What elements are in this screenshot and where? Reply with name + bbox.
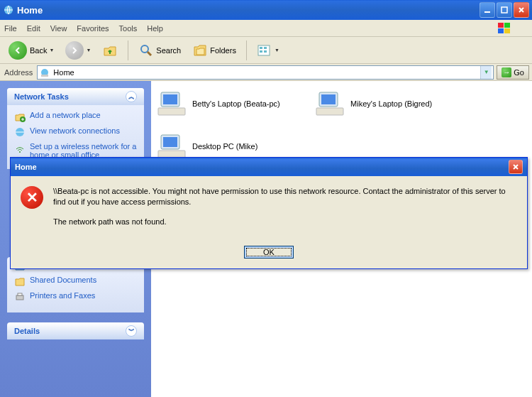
svg-rect-5 <box>498 28 504 33</box>
connections-icon <box>14 126 26 138</box>
ok-button[interactable]: OK <box>244 246 294 259</box>
folders-icon <box>192 43 208 58</box>
computer-label: Desktop PC (Mike) <box>192 142 257 151</box>
svg-rect-4 <box>504 23 510 28</box>
windows-flag-icon <box>492 21 518 36</box>
svg-rect-18 <box>16 295 23 300</box>
svg-rect-11 <box>260 50 262 53</box>
svg-rect-27 <box>163 137 177 147</box>
minimize-button[interactable] <box>480 2 495 18</box>
sidebar-item-label: Shared Documents <box>30 276 96 284</box>
go-button[interactable]: → Go <box>497 65 529 80</box>
wireless-icon <box>14 142 26 153</box>
up-button[interactable] <box>98 40 122 60</box>
svg-rect-3 <box>498 23 504 28</box>
dialog-title: Home <box>15 163 37 171</box>
printers-icon <box>14 291 26 303</box>
network-places-icon <box>3 4 14 16</box>
toolbar: Back ▼ ▼ Search Folders ▼ <box>0 37 532 64</box>
back-label: Back <box>30 46 47 55</box>
search-icon <box>138 43 154 58</box>
sidebar-item-view-connections[interactable]: View network connections <box>14 126 137 138</box>
views-button[interactable]: ▼ <box>253 41 284 60</box>
details-panel: Details ︾ <box>7 322 144 339</box>
maximize-button[interactable] <box>497 2 512 18</box>
back-button[interactable]: Back ▼ <box>4 39 58 62</box>
svg-rect-12 <box>264 50 267 53</box>
address-field[interactable]: Home ▼ <box>37 65 494 80</box>
close-button[interactable] <box>514 2 529 18</box>
svg-rect-1 <box>484 11 490 13</box>
computer-icon <box>315 89 346 118</box>
details-header[interactable]: Details ︾ <box>7 322 144 339</box>
sidebar-item-printers[interactable]: Printers and Faxes <box>14 291 137 303</box>
svg-rect-2 <box>501 7 507 13</box>
computer-item[interactable]: Betty's Laptop (Beata-pc) <box>157 89 313 118</box>
menu-favorites[interactable]: Favorites <box>77 24 109 33</box>
sidebar-item-label: Printers and Faxes <box>30 291 95 300</box>
back-dropdown-icon: ▼ <box>49 48 54 53</box>
go-icon: → <box>501 67 511 77</box>
computer-label: Betty's Laptop (Beata-pc) <box>192 99 280 108</box>
network-tasks-header[interactable]: Network Tasks ︽ <box>7 88 144 105</box>
add-place-icon <box>14 111 26 122</box>
address-icon <box>39 67 50 78</box>
menu-bar: File Edit View Favorites Tools Help <box>0 20 532 37</box>
svg-rect-19 <box>18 293 22 295</box>
sidebar-item-label: Add a network place <box>30 111 101 119</box>
window-titlebar: Home <box>0 0 532 20</box>
search-label: Search <box>156 46 181 55</box>
toolbar-separator <box>246 40 247 60</box>
sidebar-item-label: View network connections <box>30 126 120 135</box>
go-label: Go <box>514 68 524 77</box>
computer-item[interactable]: Desktop PC (Mike) <box>157 132 313 161</box>
folders-button[interactable]: Folders <box>188 40 240 60</box>
computer-icon <box>157 89 188 118</box>
menu-file[interactable]: File <box>4 24 17 33</box>
toolbar-separator <box>128 40 128 60</box>
address-label: Address <box>4 68 33 77</box>
svg-rect-21 <box>163 94 177 104</box>
search-button[interactable]: Search <box>134 40 185 60</box>
error-icon: ✕ <box>21 186 43 209</box>
menu-help[interactable]: Help <box>147 24 163 33</box>
svg-rect-24 <box>321 94 336 104</box>
panel-title: Details <box>14 327 40 335</box>
folders-label: Folders <box>210 46 236 55</box>
svg-rect-22 <box>158 108 185 115</box>
views-icon <box>257 43 272 58</box>
computer-icon <box>157 132 188 161</box>
svg-rect-10 <box>264 47 267 49</box>
svg-rect-9 <box>260 47 262 49</box>
collapse-icon: ︽ <box>126 91 137 102</box>
svg-point-17 <box>19 151 21 153</box>
dialog-message: \\Beata-pc is not accessible. You might … <box>53 186 517 208</box>
forward-button[interactable]: ▼ <box>61 39 95 62</box>
dialog-text: \\Beata-pc is not accessible. You might … <box>53 186 517 236</box>
svg-point-7 <box>141 45 148 53</box>
error-dialog: Home ✕ \\Beata-pc is not accessible. You… <box>10 157 528 269</box>
sidebar-item-add-network-place[interactable]: Add a network place <box>14 111 137 122</box>
dialog-close-button[interactable] <box>509 160 523 174</box>
svg-rect-14 <box>41 75 48 77</box>
window-title: Home <box>17 5 478 16</box>
address-dropdown-icon[interactable]: ▼ <box>480 66 492 79</box>
forward-icon <box>65 41 84 60</box>
back-icon <box>9 41 27 60</box>
menu-edit[interactable]: Edit <box>27 24 40 33</box>
computer-label: Mikey's Laptop (Bigred) <box>350 99 432 108</box>
expand-icon: ︾ <box>126 325 137 337</box>
forward-dropdown-icon: ▼ <box>86 48 91 53</box>
views-dropdown-icon: ▼ <box>275 48 279 53</box>
sidebar-item-shared-documents[interactable]: Shared Documents <box>14 276 137 287</box>
panel-title: Network Tasks <box>14 92 69 101</box>
svg-rect-25 <box>316 108 343 115</box>
up-folder-icon <box>102 43 118 58</box>
svg-rect-6 <box>504 28 510 33</box>
dialog-titlebar: Home <box>11 158 527 176</box>
address-bar: Address Home ▼ → Go <box>0 64 532 81</box>
computer-item[interactable]: Mikey's Laptop (Bigred) <box>315 89 471 118</box>
dialog-detail: The network path was not found. <box>53 217 517 227</box>
menu-view[interactable]: View <box>50 24 67 33</box>
menu-tools[interactable]: Tools <box>119 24 138 33</box>
